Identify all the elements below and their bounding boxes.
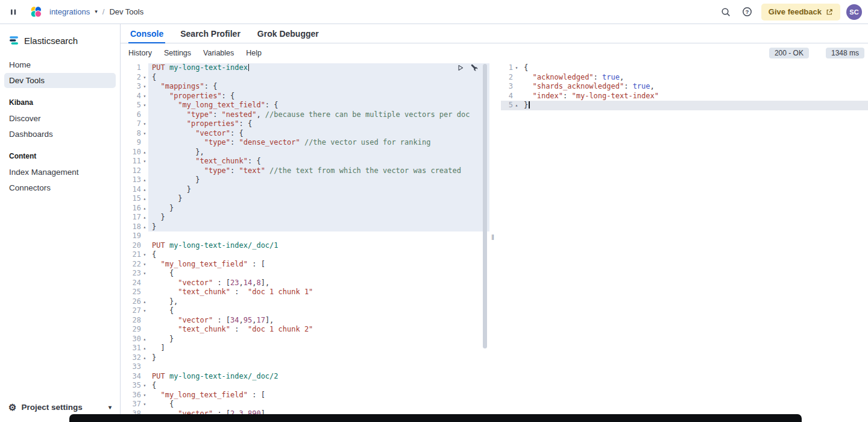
- response-viewer[interactable]: 1▾{2 "acknowledged": true,3 "shards_ackn…: [501, 62, 868, 421]
- fold-toggle-icon[interactable]: [513, 92, 520, 101]
- fold-toggle-icon[interactable]: ▴: [141, 335, 148, 344]
- fold-toggle-icon[interactable]: ▴: [141, 353, 148, 363]
- request-options-wrench-icon[interactable]: [469, 63, 479, 72]
- code-line[interactable]: 18▴}: [121, 222, 489, 232]
- fold-toggle-icon[interactable]: ▴: [141, 148, 148, 157]
- code-text[interactable]: {: [520, 63, 868, 73]
- code-line[interactable]: 4 "index": "my-long-text-index": [501, 92, 868, 101]
- fold-toggle-icon[interactable]: ▴: [141, 194, 148, 204]
- fold-toggle-icon[interactable]: [141, 362, 148, 372]
- fold-toggle-icon[interactable]: ▾: [141, 306, 148, 316]
- chevron-down-icon[interactable]: ▾: [95, 9, 98, 14]
- code-line[interactable]: 31▴ ]: [121, 344, 489, 353]
- sidebar-item-index-management[interactable]: Index Management: [4, 165, 116, 180]
- request-editor[interactable]: 1PUT my-long-text-index2▾{3▾ "mappings":…: [121, 62, 489, 421]
- code-line[interactable]: 1▾{: [501, 63, 868, 73]
- code-line[interactable]: 2▾{: [121, 73, 489, 83]
- fold-toggle-icon[interactable]: [513, 82, 520, 92]
- code-text[interactable]: "vector" : [23,14,8],: [148, 279, 489, 288]
- fold-toggle-icon[interactable]: ▴: [141, 185, 148, 195]
- code-line[interactable]: 6 "type": "nested", //because there can …: [121, 110, 489, 120]
- code-text[interactable]: "index": "my-long-text-index": [520, 92, 868, 101]
- fold-toggle-icon[interactable]: ▾: [141, 82, 148, 92]
- code-text[interactable]: {: [148, 269, 489, 279]
- code-text[interactable]: "vector" : [34,95,17],: [148, 316, 489, 326]
- sidebar-item-dev-tools[interactable]: Dev Tools: [4, 73, 116, 88]
- code-line[interactable]: 22▾ "my_long_text_field" : [: [121, 260, 489, 269]
- code-line[interactable]: 11▾ "text_chunk": {: [121, 157, 489, 166]
- code-text[interactable]: {: [148, 73, 489, 83]
- code-text[interactable]: }: [148, 335, 489, 344]
- code-text[interactable]: PUT my-long-text-index/_doc/1: [148, 241, 489, 251]
- code-text[interactable]: "text_chunk": {: [148, 157, 489, 166]
- help-icon[interactable]: ?: [740, 4, 755, 20]
- code-text[interactable]: }: [520, 101, 868, 110]
- fold-toggle-icon[interactable]: ▴: [141, 213, 148, 222]
- code-text[interactable]: "text_chunk" : "doc 1 chunk 1": [148, 288, 489, 297]
- code-line[interactable]: 3▾ "mappings": {: [121, 82, 489, 92]
- code-line[interactable]: 15▴ }: [121, 194, 489, 204]
- fold-toggle-icon[interactable]: ▾: [141, 400, 148, 409]
- menu-help[interactable]: Help: [246, 49, 262, 57]
- sidebar-item-connectors[interactable]: Connectors: [4, 180, 116, 195]
- collapse-nav-icon[interactable]: [6, 4, 22, 20]
- menu-variables[interactable]: Variables: [203, 49, 234, 57]
- fold-toggle-icon[interactable]: ▾: [141, 92, 148, 101]
- sidebar-item-home[interactable]: Home: [4, 57, 116, 72]
- code-text[interactable]: },: [148, 297, 489, 307]
- code-text[interactable]: "my_long_text_field" : [: [148, 391, 489, 400]
- fold-toggle-icon[interactable]: [141, 63, 148, 73]
- fold-toggle-icon[interactable]: [141, 241, 148, 251]
- code-line[interactable]: 36▾ "my_long_text_field" : [: [121, 391, 489, 400]
- code-line[interactable]: 34PUT my-long-text-index/_doc/2: [121, 372, 489, 382]
- menu-settings[interactable]: Settings: [164, 49, 191, 57]
- code-text[interactable]: {: [148, 381, 489, 391]
- code-line[interactable]: 25 "text_chunk" : "doc 1 chunk 1": [121, 288, 489, 297]
- code-line[interactable]: 30▴ }: [121, 335, 489, 344]
- fold-toggle-icon[interactable]: ▾: [141, 260, 148, 269]
- fold-toggle-icon[interactable]: [513, 73, 520, 83]
- code-text[interactable]: "mappings": {: [148, 82, 489, 92]
- code-line[interactable]: 12 "type": "text" //the text from which …: [121, 166, 489, 176]
- code-line[interactable]: 32▴}: [121, 353, 489, 363]
- fold-toggle-icon[interactable]: [141, 166, 148, 176]
- fold-toggle-icon[interactable]: ▾: [141, 157, 148, 166]
- code-line[interactable]: 35▾{: [121, 381, 489, 391]
- code-text[interactable]: ]: [148, 344, 489, 353]
- fold-toggle-icon[interactable]: ▴: [513, 101, 520, 110]
- fold-toggle-icon[interactable]: ▴: [141, 175, 148, 185]
- code-line[interactable]: 7▾ "properties": {: [121, 119, 489, 129]
- code-text[interactable]: }: [148, 353, 489, 363]
- code-line[interactable]: 3 "shards_acknowledged": true,: [501, 82, 868, 92]
- code-line[interactable]: 29 "text_chunk" : "doc 1 chunk 2": [121, 325, 489, 335]
- code-line[interactable]: 2 "acknowledged": true,: [501, 73, 868, 83]
- code-text[interactable]: "text_chunk" : "doc 1 chunk 2": [148, 325, 489, 335]
- code-text[interactable]: {: [148, 400, 489, 409]
- code-text[interactable]: }: [148, 222, 489, 232]
- send-request-button[interactable]: [455, 63, 465, 72]
- code-text[interactable]: "properties": {: [148, 92, 489, 101]
- code-line[interactable]: 28 "vector" : [34,95,17],: [121, 316, 489, 326]
- code-line[interactable]: 4▾ "properties": {: [121, 92, 489, 101]
- code-line[interactable]: 14▴ }: [121, 185, 489, 195]
- code-text[interactable]: }: [148, 185, 489, 195]
- fold-toggle-icon[interactable]: ▾: [141, 391, 148, 400]
- fold-toggle-icon[interactable]: ▾: [141, 101, 148, 110]
- sidebar-item-dashboards[interactable]: Dashboards: [4, 127, 116, 142]
- elastic-logo[interactable]: [28, 4, 43, 20]
- code-line[interactable]: 16▴ }: [121, 204, 489, 213]
- fold-toggle-icon[interactable]: ▾: [141, 129, 148, 139]
- tab-console[interactable]: Console: [128, 24, 165, 43]
- sidebar-item-discover[interactable]: Discover: [4, 111, 116, 126]
- code-line[interactable]: 17▴ }: [121, 213, 489, 222]
- code-line[interactable]: 21▾{: [121, 250, 489, 260]
- code-text[interactable]: "vector": {: [148, 129, 489, 139]
- fold-toggle-icon[interactable]: [141, 288, 148, 297]
- fold-toggle-icon[interactable]: [141, 316, 148, 326]
- code-line[interactable]: 24 "vector" : [23,14,8],: [121, 279, 489, 288]
- fold-toggle-icon[interactable]: [141, 110, 148, 120]
- code-text[interactable]: "type": "text" //the text from which the…: [148, 166, 489, 176]
- code-line[interactable]: 5▴}: [501, 101, 868, 110]
- code-line[interactable]: 9 "type": "dense_vector" //the vector us…: [121, 138, 489, 148]
- code-text[interactable]: "my_long_text_field" : [: [148, 260, 489, 269]
